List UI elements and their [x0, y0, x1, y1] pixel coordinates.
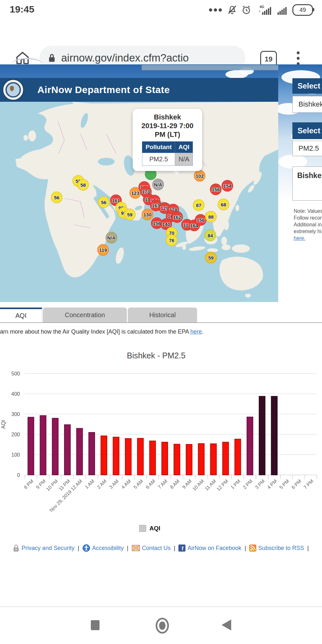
aqi-marker-102[interactable]: 102	[194, 170, 205, 182]
tooltip-table: Pollutant AQI PM2.5 N/A	[142, 141, 193, 166]
x-tick-label: 2 PM	[242, 478, 253, 490]
recents-button[interactable]	[90, 620, 100, 631]
footer-separator: |	[307, 545, 309, 552]
tab-aqi[interactable]: AQI	[0, 308, 42, 322]
tab-concentration[interactable]: Concentration	[43, 308, 127, 322]
aqi-marker-value: 119	[99, 247, 107, 253]
aqi-marker-56[interactable]: 56	[51, 192, 62, 203]
x-tick-label: 1 AM	[84, 478, 95, 490]
tab-divider	[0, 322, 322, 323]
android-nav-bar	[0, 606, 322, 644]
tooltip-datetime: 2019-11-29 7:00	[133, 121, 202, 130]
bar-9 PM[interactable]	[40, 415, 46, 475]
x-tick-label: 5 AM	[132, 478, 144, 490]
footer-link-airnow-on-facebook[interactable]: fAirNow on Facebook	[178, 545, 241, 552]
y-tick-label: 100	[11, 452, 20, 458]
footer-link-subscribe-to-rss[interactable]: Subscribe to RSS	[249, 545, 304, 552]
sidebar-note-line: Follow recor	[294, 214, 322, 221]
back-button[interactable]	[221, 619, 232, 631]
screen: { "status_bar": {"time": "19:45", "netwo…	[0, 0, 322, 644]
bar-2 PM[interactable]	[247, 417, 253, 475]
x-tick-label: 1 PM	[230, 478, 242, 490]
aqi-marker-68[interactable]: 68	[218, 199, 229, 210]
aqi-marker-156[interactable]: 156	[210, 184, 222, 195]
aqi-marker-59[interactable]: 59	[205, 252, 217, 263]
aqi-marker-59[interactable]: 59	[124, 209, 136, 220]
bar-1 PM[interactable]	[235, 439, 241, 475]
aqi-marker-119[interactable]: 119	[97, 244, 109, 256]
footer-link-contact-us[interactable]: Contact Us	[132, 545, 171, 552]
footer-separator: |	[174, 545, 175, 552]
bar-4 PM[interactable]	[271, 396, 277, 475]
aqi-marker-87[interactable]: 87	[193, 199, 204, 211]
bar-10 AM[interactable]	[198, 443, 204, 475]
epa-here-link[interactable]: here	[190, 328, 202, 335]
aqi-marker-value: 56	[54, 195, 60, 200]
aqi-marker-N/A[interactable]: N/A	[106, 232, 117, 243]
tab-historical[interactable]: Historical	[128, 308, 197, 322]
tooltip-col-pollutant: Pollutant	[142, 142, 175, 153]
y-tick-label: 500	[11, 371, 20, 376]
mute-bell-icon	[227, 5, 237, 15]
status-bar: 19:45 4G 49	[0, 0, 322, 19]
battery-icon: 49	[292, 4, 313, 16]
bar-12 PM[interactable]	[223, 442, 229, 475]
aqi-marker-value: N/A	[107, 235, 116, 241]
x-tick-label: 7 AM	[157, 478, 168, 490]
sidebar-here-link[interactable]: here.	[294, 235, 305, 241]
legend-label: AQI	[149, 525, 160, 532]
footer-link-accessibility[interactable]: Accessibility	[82, 544, 124, 552]
location-dropdown[interactable]: Bishkek	[292, 96, 322, 113]
bar-9 AM[interactable]	[186, 444, 192, 475]
x-tick-label: 12 PM	[215, 478, 229, 492]
sidebar-note-line: Note: Values	[294, 208, 322, 214]
bar-1 AM[interactable]	[89, 432, 95, 475]
bar-Nov 29, 2019 12 AM[interactable]	[77, 428, 83, 475]
lock-icon	[48, 53, 56, 63]
aqi-marker-58[interactable]: 58	[77, 179, 89, 191]
site-title: AirNow Department of State	[37, 84, 170, 95]
aqi-marker-56[interactable]: 56	[98, 196, 109, 208]
bar-10 PM[interactable]	[52, 418, 58, 475]
bar-2 AM[interactable]	[101, 436, 107, 475]
bar-7 AM[interactable]	[162, 442, 168, 475]
aqi-marker-value: 59	[127, 212, 133, 217]
aqi-marker-N/A[interactable]: N/A	[152, 179, 164, 190]
aqi-marker-130[interactable]: 130	[142, 209, 153, 220]
notification-dots-icon	[209, 8, 223, 12]
aqi-marker-156[interactable]: 156	[195, 214, 206, 226]
footer-link-privacy-and-security[interactable]: Privacy and Security	[13, 544, 74, 552]
y-axis-label: AQI	[1, 420, 6, 429]
aqi-marker-value: 156	[212, 187, 220, 192]
aqi-marker-154[interactable]: 154	[222, 180, 233, 192]
accessibility-icon	[82, 544, 90, 552]
aqi-marker-88[interactable]: 88	[205, 211, 217, 223]
svg-text:4G: 4G	[260, 5, 264, 9]
aqi-marker-162[interactable]: 162	[171, 211, 183, 223]
bar-11 PM[interactable]	[64, 425, 71, 475]
tooltip-datetime2: PM (LT)	[133, 130, 202, 139]
bar-3 AM[interactable]	[113, 437, 119, 475]
y-tick-label: 200	[11, 432, 20, 437]
tooltip-aqi-value: N/A	[175, 153, 193, 166]
legend-swatch	[139, 525, 146, 532]
x-tick-label: 10 PM	[45, 478, 59, 492]
bar-3 PM[interactable]	[259, 396, 265, 475]
x-tick-label: 3 PM	[254, 478, 266, 490]
chart-legend: AQI	[0, 525, 299, 532]
home-button[interactable]	[155, 617, 169, 634]
aqi-marker-value: 123	[131, 190, 139, 196]
bar-11 AM[interactable]	[210, 444, 216, 475]
aqi-marker-84[interactable]: 84	[204, 230, 216, 241]
pollutant-dropdown[interactable]: PM2.5	[292, 141, 322, 156]
bar-6 AM[interactable]	[149, 441, 156, 475]
aqi-marker-value: 58	[80, 182, 86, 188]
bar-5 AM[interactable]	[137, 438, 144, 475]
tooltip-city: Bishkek	[133, 113, 202, 121]
x-tick-label: 11 AM	[204, 478, 217, 491]
bar-8 PM[interactable]	[28, 417, 34, 475]
bar-4 AM[interactable]	[125, 439, 131, 475]
bar-8 AM[interactable]	[174, 444, 180, 475]
footer-separator: |	[127, 545, 128, 552]
aqi-marker-76[interactable]: 76	[166, 234, 177, 246]
